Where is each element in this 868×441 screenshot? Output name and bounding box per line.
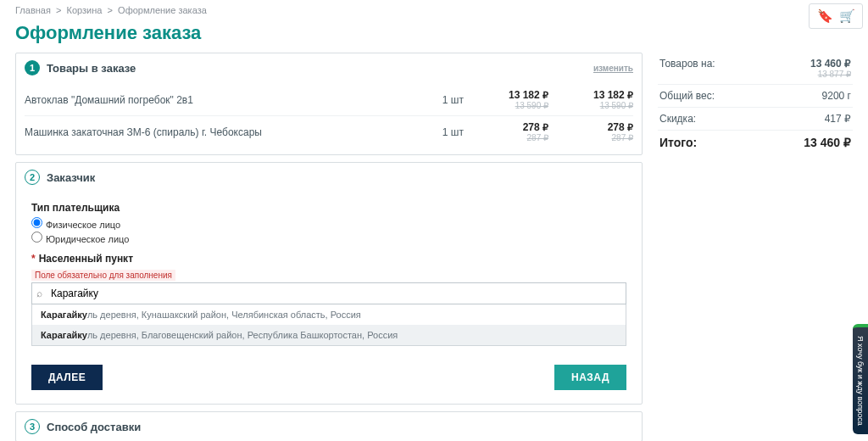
summary-weight-label: Общий вес: [659, 90, 715, 102]
back-button[interactable]: НАЗАД [554, 365, 626, 390]
city-label: Населенный пункт [39, 253, 133, 265]
search-icon: ⌕ [36, 287, 42, 299]
edit-items-link[interactable]: изменить [593, 64, 633, 73]
breadcrumb-checkout: Оформление заказа [118, 5, 207, 15]
summary-weight-value: 9200 г [822, 90, 851, 102]
city-suggest-item[interactable]: Карагайкуль деревня, Благовещенский райо… [32, 325, 626, 345]
step-title-delivery: Способ доставки [47, 421, 141, 433]
summary-goods-value: 13 460 ₽ [810, 58, 851, 70]
order-summary: Товаров на: 13 460 ₽ 13 877 ₽ Общий вес:… [658, 53, 853, 441]
summary-total-label: Итого: [659, 136, 697, 149]
step-num-1: 1 [25, 60, 40, 75]
city-suggest-item[interactable]: Карагайкуль деревня, Кунашакский район, … [32, 304, 626, 325]
next-button[interactable]: ДАЛЕЕ [31, 365, 103, 390]
breadcrumb-home[interactable]: Главная [15, 5, 51, 15]
item-row: Машинка закаточная ЗМ-6 (спираль) г. Чеб… [25, 115, 633, 148]
summary-discount-label: Скидка: [659, 113, 696, 125]
item-name: Машинка закаточная ЗМ-6 (спираль) г. Чеб… [25, 126, 387, 138]
step-customer: 2 Заказчик Тип плательщика Физическое ли… [15, 162, 643, 405]
top-utility-bar: 🔖 🛒 [809, 3, 863, 29]
item-name: Автоклав "Домашний погребок" 2в1 [25, 94, 387, 106]
payer-type-individual[interactable]: Физическое лицо [31, 217, 626, 230]
step-items: 1 Товары в заказе изменить Автоклав "Дом… [15, 53, 643, 155]
cart-icon[interactable]: 🛒 [838, 8, 855, 25]
item-price-old: 13 590 ₽ [464, 101, 548, 110]
payer-type-label: Тип плательщика [31, 202, 626, 214]
city-search-input[interactable] [31, 282, 626, 304]
payer-type-legal[interactable]: Юридическое лицо [31, 232, 626, 244]
city-error: Поле обязательно для заполнения [31, 270, 175, 281]
summary-total-value: 13 460 ₽ [804, 136, 851, 149]
item-total: 13 182 [593, 89, 625, 101]
item-price: 13 182 [509, 89, 540, 101]
item-qty: 1 шт [387, 94, 464, 106]
step-title-customer: Заказчик [47, 171, 95, 184]
required-star: * [31, 253, 36, 265]
bookmark-icon[interactable]: 🔖 [816, 8, 833, 25]
item-total-old: 13 590 ₽ [548, 101, 633, 110]
item-qty: 1 шт [387, 126, 464, 138]
radio-legal[interactable] [31, 232, 42, 243]
summary-discount-value: 417 ₽ [825, 113, 851, 125]
summary-goods-old: 13 877 ₽ [810, 70, 851, 79]
summary-goods-label: Товаров на: [659, 58, 715, 79]
feedback-tab[interactable]: Я хочу бук и жду вопроса [853, 324, 868, 434]
item-price-old: 287 ₽ [464, 133, 548, 142]
item-price: 278 [523, 121, 540, 133]
breadcrumb: Главная > Корзина > Оформление заказа [0, 0, 868, 20]
item-total: 278 [608, 121, 625, 133]
step-num-2: 2 [25, 170, 40, 185]
step-title-items: Товары в заказе [47, 62, 136, 75]
item-total-old: 287 ₽ [548, 133, 633, 142]
page-title: Оформление заказа [0, 20, 868, 53]
step-delivery[interactable]: 3 Способ доставки [15, 411, 643, 441]
item-row: Автоклав "Домашний погребок" 2в1 1 шт 13… [25, 84, 633, 115]
radio-individual[interactable] [31, 217, 42, 228]
step-num-3: 3 [25, 419, 40, 434]
breadcrumb-cart[interactable]: Корзина [67, 5, 103, 15]
city-suggest-dropdown: Карагайкуль деревня, Кунашакский район, … [31, 304, 626, 346]
